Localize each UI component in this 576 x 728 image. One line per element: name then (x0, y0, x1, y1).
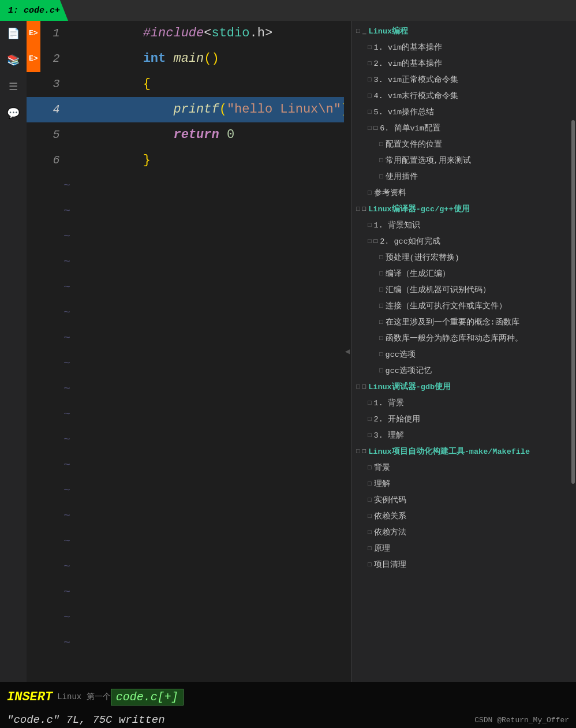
toc-item-gcc-2[interactable]: □□ 2. gcc如何完成 (351, 233, 576, 249)
tilde-9: ~ (27, 376, 344, 402)
toc-item-gcc-2-7[interactable]: □ gcc选项 (351, 346, 576, 363)
error-marker-1: E> (27, 21, 40, 47)
toc-item-gcc-2-1[interactable]: □ 预处理(进行宏替换) (351, 249, 576, 266)
line-content-6: } (67, 122, 344, 199)
bottom-author: CSDN @Return_My_Offer (474, 716, 569, 725)
list-icon[interactable]: ☰ (5, 79, 21, 95)
file-icon[interactable]: 📄 (5, 25, 21, 42)
code-line-6: E> 6 } (27, 148, 344, 173)
toc-item-gdb-1[interactable]: □ 1. 背景 (351, 395, 576, 411)
bottom-written-text: "code.c" 7L, 75C written (7, 714, 165, 726)
tilde-6: ~ (27, 300, 344, 326)
toc-item-gcc-2-5[interactable]: □ 在这里涉及到一个重要的概念:函数库 (351, 314, 576, 330)
toc-wrapper: □⎯ Linux编程 □ 1. vim的基本操作 □ 2. vim的基本操作 □… (351, 21, 576, 682)
divider-handle[interactable]: ◀ (344, 21, 351, 682)
tilde-15: ~ (27, 529, 344, 554)
tilde-17: ~ (27, 580, 344, 605)
toc-item-make-7[interactable]: □ 项目清理 (351, 557, 576, 573)
tilde-14: ~ (27, 503, 344, 529)
toc-item-make-1[interactable]: □ 背景 (351, 460, 576, 476)
toc-item-6-3[interactable]: □ 使用插件 (351, 169, 576, 185)
toc-item-gcc[interactable]: □□ Linux编译器-gcc/g++使用 (351, 201, 576, 217)
toc-item-gdb-2[interactable]: □ 2. 开始使用 (351, 411, 576, 427)
toc-item-gcc-2-4[interactable]: □ 连接（生成可执行文件或库文件） (351, 298, 576, 314)
toc-item-gdb-3[interactable]: □ 3. 理解 (351, 427, 576, 443)
status-file-info: Linux 第一个 (57, 692, 110, 702)
toc-item-make-6[interactable]: □ 原理 (351, 540, 576, 557)
toc-item-make-2[interactable]: □ 理解 (351, 476, 576, 492)
toc-item-ref[interactable]: □ 参考资料 (351, 185, 576, 201)
error-marker-2: E> (27, 46, 40, 72)
toc-item-6-2[interactable]: □ 常用配置选项,用来测试 (351, 152, 576, 169)
toc-item-gdb[interactable]: □□ Linux调试器-gdb使用 (351, 379, 576, 395)
tilde-7: ~ (27, 326, 344, 351)
book-icon[interactable]: 📚 (5, 52, 21, 68)
tilde-5: ~ (27, 275, 344, 300)
toc-item-gcc-2-8[interactable]: □ gcc选项记忆 (351, 363, 576, 379)
toc-item-4[interactable]: □ 4. vim末行模式命令集 (351, 88, 576, 104)
tilde-3: ~ (27, 224, 344, 249)
active-tab[interactable]: 1: code.c+ (0, 0, 68, 21)
tilde-13: ~ (27, 478, 344, 503)
toc-item-make-5[interactable]: □ 依赖方法 (351, 524, 576, 540)
toc-item-1[interactable]: □ 1. vim的基本操作 (351, 39, 576, 55)
main-layout: 📄 📚 ☰ 💬 E> 1 #include<stdio.h> E> 2 int … (0, 21, 576, 682)
tab-bar: 1: code.c+ (0, 0, 576, 21)
toc-item-2[interactable]: □ 2. vim的基本操作 (351, 55, 576, 72)
toc-item-6[interactable]: □□ 6. 简单vim配置 (351, 120, 576, 136)
tilde-12: ~ (27, 453, 344, 478)
status-bar: INSERT Linux 第一个 code.c[+] (0, 682, 576, 712)
toc-scrollbar[interactable] (571, 120, 575, 484)
toc-item-make-4[interactable]: □ 依赖关系 (351, 508, 576, 524)
toc-item-gcc-2-2[interactable]: □ 编译（生成汇编） (351, 266, 576, 282)
bottom-line: "code.c" 7L, 75C written CSDN @Return_My… (0, 712, 576, 728)
line-num-1: 1 (43, 21, 60, 46)
tilde-16: ~ (27, 554, 344, 580)
toc-item-3[interactable]: □ 3. vim正常模式命令集 (351, 72, 576, 88)
tilde-19: ~ (27, 630, 344, 656)
line-num-4: 4 (43, 97, 60, 122)
line-num-3: 3 (43, 72, 60, 97)
line-num-6: 6 (43, 148, 60, 173)
status-mode: INSERT (7, 690, 53, 704)
status-filename: code.c[+] (111, 689, 184, 705)
line-num-2: 2 (43, 46, 60, 72)
toc-item-gcc-1[interactable]: □ 1. 背景知识 (351, 217, 576, 233)
toc-panel: □⎯ Linux编程 □ 1. vim的基本操作 □ 2. vim的基本操作 □… (351, 21, 576, 682)
tab-label: 1: code.c+ (8, 6, 60, 16)
toc-list[interactable]: □⎯ Linux编程 □ 1. vim的基本操作 □ 2. vim的基本操作 □… (351, 21, 576, 575)
toc-item-gcc-2-6[interactable]: □ 函数库一般分为静态库和动态库两种。 (351, 330, 576, 346)
tilde-4: ~ (27, 249, 344, 275)
tilde-10: ~ (27, 402, 344, 427)
toc-item-gcc-2-3[interactable]: □ 汇编（生成机器可识别代码） (351, 282, 576, 298)
tilde-18: ~ (27, 605, 344, 630)
line-num-5: 5 (43, 122, 60, 148)
toc-item-linux-bian[interactable]: □⎯ Linux编程 (351, 23, 576, 39)
toc-item-5[interactable]: □ 5. vim操作总结 (351, 104, 576, 120)
chat-icon[interactable]: 💬 (5, 105, 21, 121)
tilde-2: ~ (27, 199, 344, 224)
tilde-8: ~ (27, 351, 344, 376)
code-lines: E> 1 #include<stdio.h> E> 2 int main() E… (27, 21, 344, 656)
toc-item-make[interactable]: □□ Linux项目自动化构建工具-make/Makefile (351, 443, 576, 460)
toc-item-6-1[interactable]: □ 配置文件的位置 (351, 136, 576, 152)
code-editor[interactable]: E> 1 #include<stdio.h> E> 2 int main() E… (27, 21, 344, 682)
tilde-11: ~ (27, 427, 344, 453)
sidebar-icons: 📄 📚 ☰ 💬 (0, 21, 27, 682)
toc-item-make-3[interactable]: □ 实例代码 (351, 492, 576, 508)
